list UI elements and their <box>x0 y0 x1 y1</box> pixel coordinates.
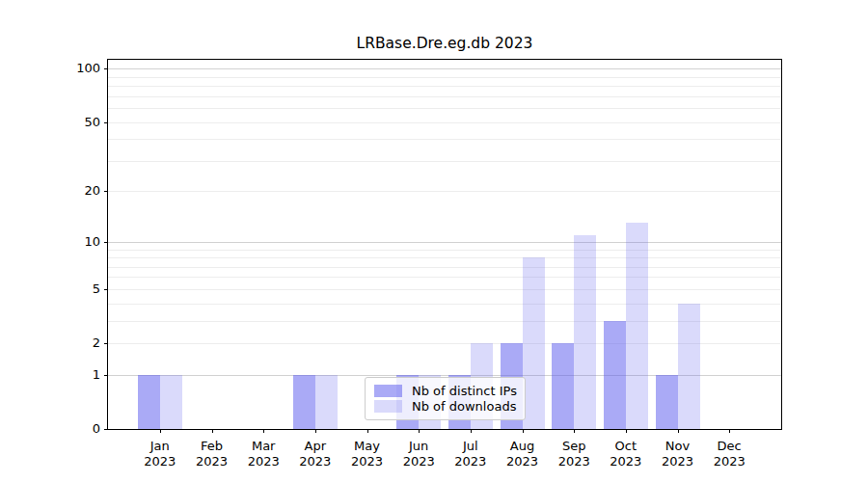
x-tick-label-sep: Sep 2023 <box>558 439 590 469</box>
y-tick-mark <box>104 289 108 290</box>
x-tick-mark <box>367 429 368 433</box>
bar-downloads-sep <box>574 235 596 429</box>
x-tick-label-jun: Jun 2023 <box>403 439 435 469</box>
x-tick-label-oct: Oct 2023 <box>610 439 641 469</box>
x-tick-label-aug: Aug 2023 <box>506 439 538 469</box>
legend-item-distinct-ips: Nb of distinct IPs <box>374 384 516 398</box>
gridline-major <box>108 242 781 243</box>
x-tick-mark <box>574 429 575 433</box>
x-tick-mark <box>729 429 730 433</box>
x-tick-label-apr: Apr 2023 <box>299 439 331 469</box>
y-tick-mark <box>104 122 108 123</box>
gridline-minor <box>108 86 781 87</box>
gridline-minor <box>108 277 781 278</box>
bar-distinct-ips-sep <box>552 343 574 429</box>
y-tick-mark <box>104 343 108 344</box>
bar-distinct-ips-jan <box>138 375 160 429</box>
gridline-minor <box>108 289 781 290</box>
x-tick-mark <box>263 429 264 433</box>
y-tick-label: 2 <box>0 335 100 351</box>
x-tick-label-dec: Dec 2023 <box>714 439 746 469</box>
x-tick-label-nov: Nov 2023 <box>662 439 693 469</box>
legend-item-downloads: Nb of downloads <box>374 399 516 414</box>
y-tick-label: 5 <box>0 281 100 297</box>
x-tick-mark <box>678 429 679 433</box>
y-tick-label: 50 <box>0 115 100 130</box>
gridline-minor <box>108 267 781 268</box>
gridline-minor <box>108 139 781 140</box>
bar-downloads-apr <box>315 375 338 429</box>
x-tick-mark <box>626 429 627 433</box>
x-tick-label-feb: Feb 2023 <box>196 439 228 469</box>
y-tick-label: 20 <box>0 183 100 199</box>
y-tick-label: 1 <box>0 367 100 383</box>
y-tick-label: 10 <box>0 234 100 250</box>
legend-label-distinct-ips: Nb of distinct IPs <box>412 384 517 398</box>
x-tick-mark <box>419 429 420 433</box>
gridline-minor <box>108 77 781 78</box>
y-tick-mark <box>104 242 108 243</box>
x-tick-mark <box>523 429 524 433</box>
legend: Nb of distinct IPs Nb of downloads <box>365 377 526 420</box>
gridline-minor <box>108 96 781 97</box>
x-tick-mark <box>315 429 316 433</box>
gridline-minor <box>108 257 781 258</box>
x-tick-mark <box>212 429 213 433</box>
bar-downloads-nov <box>678 304 700 429</box>
bar-distinct-ips-apr <box>293 375 315 429</box>
bar-downloads-jan <box>160 375 182 429</box>
x-tick-label-jan: Jan 2023 <box>144 439 176 469</box>
plot-area <box>107 59 782 430</box>
y-tick-label: 0 <box>0 421 100 437</box>
x-tick-mark <box>160 429 161 433</box>
y-tick-mark <box>104 191 108 192</box>
legend-swatch-downloads-icon <box>374 400 402 413</box>
bar-distinct-ips-nov <box>656 375 678 429</box>
y-tick-label: 100 <box>0 61 100 76</box>
gridline-minor <box>108 122 781 123</box>
gridline-minor <box>108 108 781 109</box>
legend-swatch-distinct-ips-icon <box>374 385 402 397</box>
y-tick-mark <box>104 68 108 69</box>
x-tick-label-may: May 2023 <box>351 439 383 469</box>
bar-downloads-oct <box>626 223 648 429</box>
x-tick-label-mar: Mar 2023 <box>248 439 280 469</box>
chart-title: LRBase.Dre.eg.db 2023 <box>108 35 781 52</box>
gridline-minor <box>108 191 781 192</box>
y-tick-mark <box>104 375 108 376</box>
x-tick-label-jul: Jul 2023 <box>454 439 486 469</box>
gridline-minor <box>108 161 781 162</box>
bar-distinct-ips-oct <box>604 321 626 429</box>
x-tick-mark <box>471 429 472 433</box>
gridline-minor <box>108 250 781 251</box>
gridline-major <box>108 68 781 69</box>
y-tick-mark <box>104 429 108 430</box>
legend-label-downloads: Nb of downloads <box>412 399 516 414</box>
chart-figure: LRBase.Dre.eg.db 2023 0125102050100 Jan … <box>0 0 868 482</box>
